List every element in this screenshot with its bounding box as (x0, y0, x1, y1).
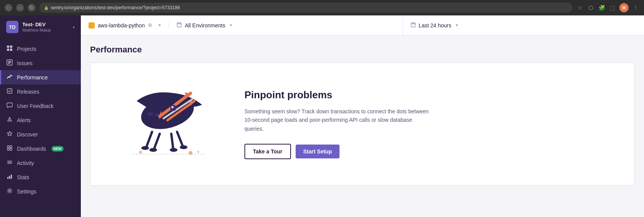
sidebar-projects-label: Projects (17, 46, 37, 52)
org-user: Matthew Makai (22, 28, 69, 32)
svg-point-46 (171, 106, 174, 108)
cast-button[interactable]: ⬚ (609, 4, 616, 12)
activity-icon (6, 159, 13, 167)
timerange-label: Last 24 hours (419, 22, 452, 29)
sidebar-item-issues[interactable]: Issues (0, 56, 81, 70)
sidebar-dashboards-label: Dashboards (17, 146, 46, 152)
project-selector[interactable]: aws-lambda-python ⚙ ▾ (89, 22, 169, 29)
start-setup-button[interactable]: Start Setup (296, 145, 340, 158)
svg-rect-15 (10, 148, 12, 150)
forward-button[interactable]: → (16, 4, 24, 12)
bookmark-button[interactable]: ☆ (576, 4, 584, 12)
page-content: Performance (81, 35, 644, 217)
sidebar: TD Test- DEV Matthew Makai ▾ Projects Is… (0, 15, 81, 217)
svg-point-10 (9, 120, 10, 121)
environment-chevron-icon: ▾ (230, 23, 232, 28)
sidebar-item-performance[interactable]: Performance (0, 70, 81, 84)
svg-rect-0 (7, 45, 9, 48)
page-title: Performance (90, 45, 635, 55)
svg-point-43 (197, 151, 199, 153)
sidebar-item-stats[interactable]: Stats (0, 170, 81, 184)
sidebar-item-discover[interactable]: Discover (0, 127, 81, 141)
browser-actions: ☆ ⬡ 🧩 ⬚ M ⋮ (576, 3, 639, 12)
org-name: Test- DEV (22, 22, 69, 28)
svg-rect-19 (7, 177, 8, 179)
project-name: aws-lambda-python (98, 22, 145, 29)
svg-rect-48 (155, 113, 159, 116)
dashboards-badge: new (52, 146, 64, 151)
org-header[interactable]: TD Test- DEV Matthew Makai ▾ (0, 15, 81, 39)
svg-rect-7 (8, 63, 10, 64)
timerange-selector[interactable]: Last 24 hours ▾ (403, 15, 636, 35)
svg-point-39 (149, 148, 157, 152)
promo-text: Pinpoint problems Something seem slow? T… (244, 89, 611, 159)
svg-rect-1 (10, 45, 12, 48)
promo-actions: Take a Tour Start Setup (244, 144, 611, 159)
puzzle-button[interactable]: 🧩 (598, 4, 606, 12)
dashboards-icon (6, 145, 13, 152)
user-avatar[interactable]: M (619, 3, 629, 12)
org-chevron-icon: ▾ (73, 25, 75, 29)
org-avatar: TD (6, 21, 18, 33)
discover-icon (6, 131, 13, 138)
svg-rect-3 (10, 49, 12, 51)
sidebar-stats-label: Stats (17, 174, 29, 180)
sidebar-discover-label: Discover (17, 131, 38, 138)
top-bar: aws-lambda-python ⚙ ▾ All Environments ▾… (81, 15, 644, 35)
svg-point-38 (141, 146, 149, 150)
reload-button[interactable]: ↻ (28, 4, 35, 12)
svg-line-34 (146, 132, 152, 147)
sidebar-alerts-label: Alerts (17, 117, 31, 123)
sidebar-item-user-feedback[interactable]: User Feedback (0, 99, 81, 113)
timerange-icon (411, 22, 416, 29)
alerts-icon (6, 116, 13, 124)
menu-button[interactable]: ⋮ (632, 4, 639, 12)
url-bar[interactable]: 🔒 sentry.io/organizations/test-dev/perfo… (39, 3, 572, 13)
sidebar-item-projects[interactable]: Projects (0, 42, 81, 56)
svg-rect-27 (411, 23, 415, 27)
promo-heading: Pinpoint problems (244, 89, 611, 101)
project-chevron-icon: ▾ (159, 23, 161, 28)
svg-line-35 (154, 134, 160, 149)
sidebar-settings-label: Settings (17, 188, 37, 195)
svg-point-40 (170, 148, 177, 152)
promo-illustration (114, 82, 221, 167)
sidebar-item-alerts[interactable]: Alerts (0, 113, 81, 127)
sidebar-item-settings[interactable]: Settings (0, 184, 81, 198)
sidebar-userfeedback-label: User Feedback (17, 103, 54, 109)
promo-description: Something seem slow? Track down transact… (244, 107, 429, 133)
svg-rect-12 (7, 146, 9, 148)
svg-line-36 (171, 134, 173, 149)
lock-icon: 🔒 (44, 6, 49, 10)
user-feedback-icon (6, 102, 13, 109)
extensions-button[interactable]: ⬡ (587, 4, 595, 12)
svg-rect-47 (148, 113, 153, 116)
performance-icon (6, 74, 13, 81)
sidebar-item-dashboards[interactable]: Dashboards new (0, 141, 81, 156)
promo-card: Pinpoint problems Something seem slow? T… (90, 62, 635, 186)
sidebar-releases-label: Releases (17, 89, 39, 95)
take-tour-button[interactable]: Take a Tour (244, 144, 291, 159)
projects-icon (6, 45, 13, 52)
svg-rect-21 (11, 175, 12, 179)
environment-icon (177, 22, 182, 29)
sidebar-item-activity[interactable]: Activity (0, 156, 81, 170)
project-settings-icon[interactable]: ⚙ (148, 22, 152, 28)
sidebar-performance-label: Performance (17, 74, 48, 81)
sidebar-issues-label: Issues (17, 60, 32, 66)
svg-point-41 (180, 145, 187, 149)
svg-rect-13 (10, 146, 12, 148)
svg-point-22 (9, 190, 11, 192)
settings-icon (6, 188, 13, 195)
svg-rect-2 (7, 49, 9, 51)
svg-rect-20 (9, 176, 10, 179)
svg-marker-11 (7, 131, 12, 136)
org-info: Test- DEV Matthew Makai (22, 22, 69, 32)
environment-selector[interactable]: All Environments ▾ (169, 15, 403, 35)
svg-rect-5 (8, 61, 11, 62)
svg-point-44 (139, 151, 142, 154)
sidebar-item-releases[interactable]: Releases (0, 84, 81, 99)
sidebar-nav: Projects Issues Performance Releases (0, 39, 81, 217)
back-button[interactable]: ← (5, 4, 12, 12)
browser-chrome: ← → ↻ 🔒 sentry.io/organizations/test-dev… (0, 0, 644, 15)
